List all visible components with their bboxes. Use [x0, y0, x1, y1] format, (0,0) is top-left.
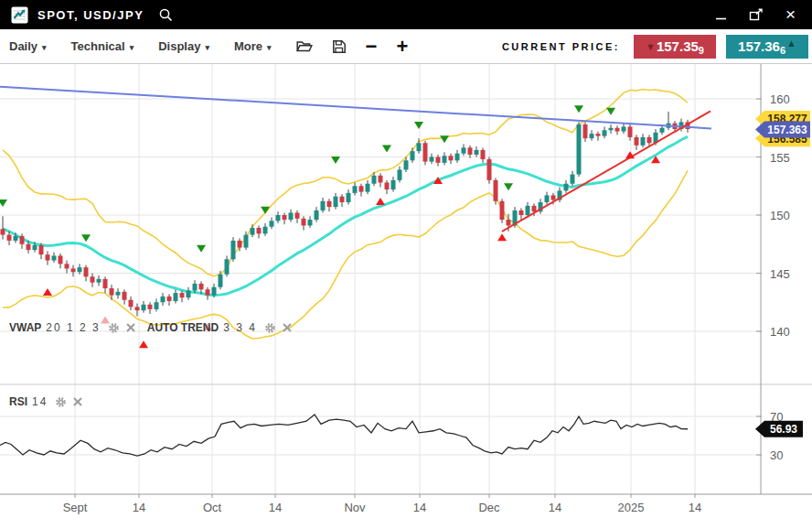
chevron-down-icon: ▾: [205, 43, 209, 52]
window-titlebar: SPOT, USD/JPY ×: [0, 0, 812, 29]
chevron-down-icon: ▾: [267, 43, 272, 52]
price-tick-label: 140: [770, 325, 790, 339]
sell-signal-icon: [331, 156, 340, 164]
vwap-line: [3, 136, 688, 295]
time-tick-label: 14: [269, 501, 282, 514]
buy-price-button[interactable]: 157.366▲: [726, 35, 808, 59]
time-tick-label: 14: [133, 501, 145, 514]
sell-signal-icon: [0, 200, 7, 207]
sell-signal-icon: [606, 108, 615, 115]
chevron-down-icon: ▾: [42, 43, 47, 52]
auto-trend-params: 3 3 4: [223, 321, 257, 334]
rsi-indicator-label: RSI 14: [9, 395, 89, 408]
sell-signal-icon: [414, 122, 423, 129]
price-tick-label: 160: [770, 92, 790, 106]
grid-lines: [0, 64, 761, 494]
price-tick-label: 155: [770, 151, 790, 165]
support-trendline: [502, 111, 710, 231]
menu-more[interactable]: More▾: [234, 39, 272, 53]
zoom-out-button[interactable]: −: [366, 38, 378, 56]
rsi-name: RSI: [9, 395, 27, 408]
buy-price-value: 157.36: [738, 38, 780, 54]
vwap-settings-gear-icon[interactable]: [108, 322, 120, 334]
minimize-button[interactable]: [715, 7, 727, 22]
sell-signal-icon: [504, 183, 513, 190]
time-tick-label: 14: [689, 501, 701, 514]
resistance-trendline: [0, 87, 711, 129]
rsi-settings-gear-icon[interactable]: [55, 396, 67, 408]
vwap-name: VWAP: [9, 321, 41, 334]
menu-technical[interactable]: Technical▾: [71, 39, 134, 53]
auto-trend-remove-icon[interactable]: [283, 323, 292, 332]
sell-signal-icon: [382, 145, 391, 152]
time-tick-label: Nov: [344, 501, 366, 514]
sell-signal-icon: [261, 207, 270, 214]
rsi-line: [0, 415, 688, 456]
rsi-remove-icon[interactable]: [73, 397, 82, 406]
buy-signal-icon: [497, 233, 507, 241]
open-folder-icon[interactable]: [296, 39, 313, 53]
search-icon[interactable]: [158, 7, 174, 23]
buy-signal-icon: [43, 288, 52, 296]
chevron-down-icon: ▾: [130, 43, 134, 52]
price-axis-labels: 1601551501451407030: [756, 92, 790, 462]
sell-price-value: 157.35: [657, 38, 699, 54]
sell-signal-icon: [197, 245, 206, 253]
arrow-up-icon: ▲: [786, 38, 796, 49]
window-controls: ×: [715, 7, 801, 22]
time-tick-label: Oct: [203, 501, 222, 514]
vwap-params: 20 1 2 3: [46, 321, 100, 334]
rsi-plot: [0, 415, 688, 456]
price-chart-canvas: 1601551501451407030Sept14Oct14Nov14Dec14…: [0, 64, 812, 518]
save-icon[interactable]: [332, 39, 347, 54]
svg-text:157.363: 157.363: [767, 124, 807, 136]
axes: [0, 64, 812, 494]
buy-signal-icon: [139, 340, 148, 348]
menu-timeframe[interactable]: Daily▾: [9, 39, 47, 53]
price-tick-label: 150: [770, 209, 790, 222]
current-price-label: CURRENT PRICE:: [502, 41, 620, 52]
time-tick-label: Dec: [478, 501, 500, 514]
auto-trend-settings-gear-icon[interactable]: [264, 322, 276, 334]
line-chart-app-icon: [11, 6, 28, 24]
chart-toolbar: Daily▾ Technical▾ Display▾ More▾ − + CUR…: [0, 29, 812, 64]
rsi-tick-label: 30: [770, 448, 783, 462]
current-price-area: CURRENT PRICE: ▼157.359 157.366▲: [502, 35, 808, 59]
rsi-value-tag: 56.93: [755, 421, 803, 437]
chart-window: SPOT, USD/JPY × Daily▾ Technical▾: [0, 0, 812, 518]
buy-signal-icon: [376, 198, 385, 205]
sell-price-button[interactable]: ▼157.359: [634, 35, 716, 59]
chart-area: 1601551501451407030Sept14Oct14Nov14Dec14…: [0, 64, 812, 518]
menu-display[interactable]: Display▾: [158, 39, 209, 53]
arrow-down-icon: ▼: [646, 41, 656, 52]
signal-markers: [0, 105, 660, 348]
time-tick-label: Sept: [63, 501, 88, 514]
vwap-indicator-label: VWAP 20 1 2 3 AUTO TREND 3 3 4: [9, 321, 298, 334]
candles: [1, 112, 690, 317]
rsi-params: 14: [32, 395, 48, 408]
time-tick-label: 14: [549, 501, 561, 514]
buy-price-pip: 6: [780, 45, 785, 56]
time-tick-label: 14: [413, 501, 426, 514]
vwap-line: [3, 136, 688, 295]
auto-trend-name: AUTO TREND: [147, 321, 219, 334]
sell-signal-icon: [574, 105, 583, 113]
svg-text:56.93: 56.93: [770, 423, 797, 436]
price-tick-label: 145: [770, 267, 790, 281]
auto-trend-lines: [0, 87, 711, 232]
sell-signal-icon: [81, 234, 91, 242]
time-tick-label: 2025: [618, 501, 645, 514]
zoom-in-button[interactable]: +: [396, 38, 408, 56]
close-button[interactable]: ×: [785, 7, 796, 22]
time-axis-labels: Sept14Oct14Nov14Dec14202514: [63, 494, 702, 514]
sell-signal-icon: [440, 135, 449, 143]
sell-price-pip: 9: [699, 45, 704, 56]
popout-button[interactable]: [749, 7, 764, 22]
vwap-remove-icon[interactable]: [126, 323, 135, 332]
window-title: SPOT, USD/JPY: [37, 8, 144, 22]
last-price-tag: 157.363: [755, 121, 810, 137]
